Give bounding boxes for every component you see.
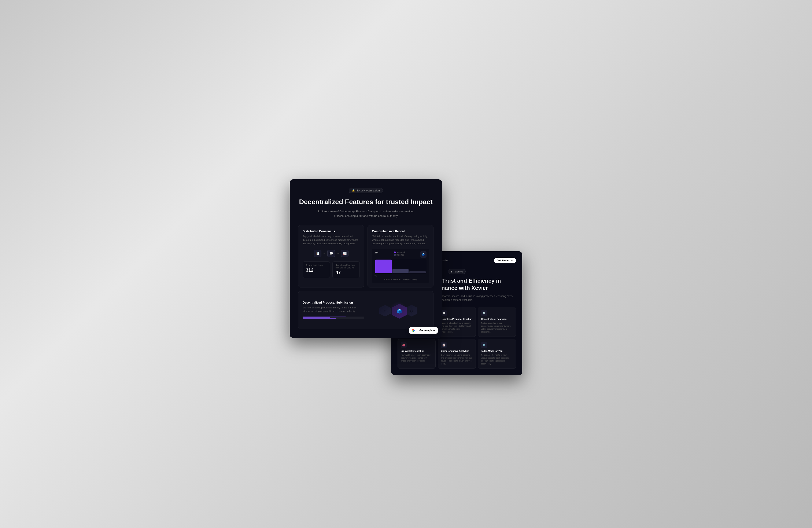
proposal-title: Decentralized Proposal Submission	[303, 301, 364, 304]
legend-approved: Approved	[394, 251, 405, 254]
progress-1	[303, 316, 364, 316]
bar-chart	[375, 259, 426, 274]
stat1-label: Total votes till now	[306, 264, 327, 267]
hex-right-icon: ◇	[410, 309, 413, 313]
stat2-label: Remaining Members who did not vote yet	[336, 264, 357, 269]
progress-fill-2	[303, 317, 330, 318]
arrow-2: →	[337, 252, 339, 255]
feature1-title: Distributed Consensus	[303, 229, 360, 233]
google-logo-icon	[412, 329, 415, 332]
scene: 🔒 Security optimization Decentralized Fe…	[290, 180, 522, 348]
sec-feature-5: 📈 Comprehensive Analytics Gain insights …	[438, 339, 476, 369]
nav-contact[interactable]: Contact	[441, 259, 449, 262]
chart-header: 234 Approved Rejected 🗳️	[375, 251, 426, 258]
feature2-title: Comprehensive Record	[372, 229, 429, 233]
get-started-button[interactable]: Get Started →	[494, 258, 516, 263]
bar-other	[409, 271, 426, 273]
chart-ballot-icon: 🗳️	[420, 251, 426, 258]
sec-feat-icon-3: 🛡️	[481, 310, 487, 316]
hex-center-icon: 🗳️	[396, 309, 402, 314]
sec-feat-desc-4: your Web3 wallet seamlessly and secure v…	[401, 354, 432, 362]
proposal-card: Decentralized Proposal Submission Member…	[298, 291, 434, 329]
stat1-value: 312	[306, 267, 327, 273]
bar-group-3	[409, 271, 426, 273]
sec-feat-icon-5: 📈	[441, 342, 447, 348]
feature2-desc: Maintain a detailed audit trail of every…	[372, 234, 429, 246]
rejected-dot	[394, 254, 396, 256]
sec-feat-desc-6: Personalize Xevier to fit your unique ne…	[481, 354, 513, 366]
legend-rejected: Rejected	[394, 254, 405, 256]
chart-value-high: 234	[375, 251, 378, 254]
stat-box-1: Total votes till now 312	[303, 261, 330, 278]
bar-rejected	[392, 269, 409, 273]
bar-group-1	[375, 259, 392, 273]
security-badge: 🔒 Security optimization	[349, 188, 383, 193]
sec-feat-icon-4: 👛	[401, 342, 407, 348]
proposal-visual: ◇ 🗳️ ◇	[367, 295, 429, 325]
sec-feat-title-2: Seamless Proposal Creation	[441, 318, 473, 320]
sec-feat-title-3: Decentralized Features	[481, 318, 513, 320]
stats-row: Total votes till now 312 Remaining Membe…	[303, 261, 360, 278]
hex-container: ◇ 🗳️ ◇	[377, 297, 420, 323]
bar-group-2	[392, 269, 409, 273]
sec-feat-title-6: Tailor-Made for You	[481, 350, 513, 352]
sec-feature-2: 💬 Seamless Proposal Creation Easily draf…	[438, 307, 476, 337]
lock-icon: 🔒	[352, 189, 355, 192]
proposal-desc: Members submit proposals directly to the…	[303, 306, 364, 313]
sec-feat-desc-2: Easily draft and submit proposals and se…	[441, 322, 473, 333]
main-subtitle: Explore a suite of Cutting-edge Features…	[315, 210, 417, 218]
sec-feature-4: 👛 ure Wallet Integration your Web3 walle…	[397, 339, 436, 369]
stat2-value: 47	[336, 270, 357, 275]
comprehensive-record-card: Comprehensive Record Maintain a detailed…	[367, 225, 434, 288]
main-title: Decentralized Features for trusted Impac…	[298, 198, 434, 206]
sec-feature-6: ⚙️ Tailor-Made for You Personalize Xevie…	[478, 339, 516, 369]
bar-approved	[375, 259, 392, 273]
progress-2	[303, 317, 364, 318]
get-template-popup[interactable]: Get template	[409, 327, 438, 333]
proposal-progress	[303, 316, 364, 319]
arrow-icon: →	[511, 259, 513, 262]
hex-center: 🗳️	[392, 304, 407, 318]
main-card: 🔒 Security optimization Decentralized Fe…	[290, 180, 442, 338]
sec-feat-desc-3: Protect your data in our decentralized e…	[481, 322, 513, 333]
hex-left: ◇	[379, 305, 391, 316]
get-template-label: Get template	[419, 329, 435, 332]
feature1-desc: Enjoy fair decision-making process deter…	[303, 234, 360, 246]
flow-icon-1: 📋	[314, 249, 321, 257]
progress-fill-3	[303, 318, 336, 319]
sec-feat-desc-5: Gain insights into voting patterns and p…	[441, 354, 473, 366]
chart-result: Result: Proposal Approved (234 votes)	[375, 279, 426, 281]
progress-3	[303, 318, 364, 319]
hex-left-icon: ◇	[383, 309, 387, 313]
distributed-consensus-card: Distributed Consensus Enjoy fair decisio…	[298, 225, 364, 288]
features-grid: Distributed Consensus Enjoy fair decisio…	[298, 225, 434, 288]
flow-icon-3: 📈	[341, 249, 348, 257]
sec-feat-icon-6: ⚙️	[481, 342, 487, 348]
hex-right: ◇	[406, 305, 417, 316]
sec-feat-title-5: Comprehensive Analytics	[441, 350, 473, 352]
flow-icon-2: 💬	[327, 249, 335, 257]
features-badge: ◆ Features	[448, 269, 465, 274]
chart-legend: Approved Rejected	[394, 251, 405, 256]
sec-feature-3: 🛡️ Decentralized Features Protect your d…	[478, 307, 516, 337]
divider	[417, 329, 417, 332]
proposal-text: Decentralized Proposal Submission Member…	[303, 301, 364, 320]
approved-dot	[394, 252, 396, 253]
sec-feat-title-4: ure Wallet Integration	[401, 350, 432, 352]
diamond-icon: ◆	[451, 270, 452, 273]
arrow-1: →	[323, 252, 325, 255]
chart-value-low: 76	[375, 275, 426, 277]
icons-flow: 📋 → 💬 → 📈	[303, 249, 360, 257]
stat-box-2: Remaining Members who did not vote yet 4…	[332, 261, 360, 278]
chart-area: 234 Approved Rejected 🗳️	[372, 249, 429, 283]
progress-fill-1	[303, 316, 346, 316]
